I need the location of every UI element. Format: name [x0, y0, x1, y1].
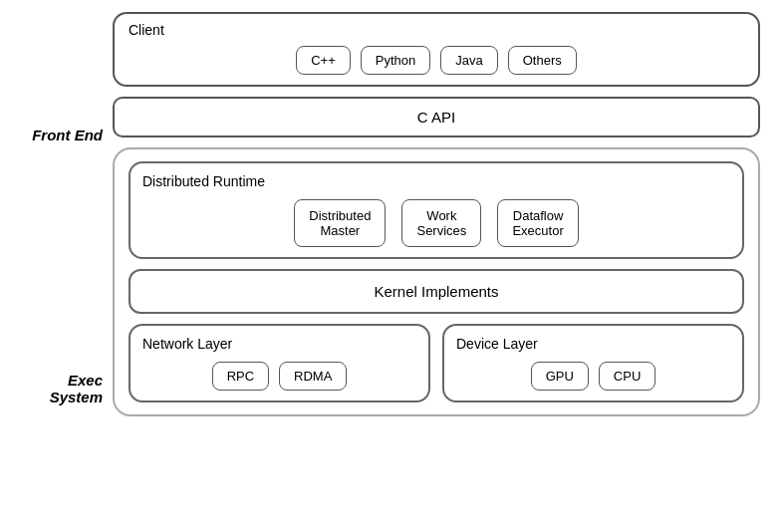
kernel-box: Kernel Implements	[129, 269, 744, 314]
exec-label: Exec System	[23, 372, 103, 405]
client-item-python: Python	[361, 46, 430, 75]
device-layer-title: Device Layer	[456, 336, 730, 352]
network-layer-title: Network Layer	[142, 336, 416, 352]
exec-label-area: Exec System	[23, 372, 103, 405]
dataflow-executor-box: DataflowExecutor	[497, 199, 578, 247]
cpu-box: CPU	[599, 362, 655, 391]
device-layer-box: Device Layer GPU CPU	[442, 324, 744, 402]
distributed-runtime-box: Distributed Runtime DistributedMaster Wo…	[129, 161, 744, 259]
client-box: Client C++ Python Java Others	[113, 12, 760, 87]
network-layer-items: RPC RDMA	[142, 362, 416, 391]
client-item-cpp: C++	[296, 46, 351, 75]
client-item-java: Java	[440, 46, 497, 75]
capi-box: C API	[113, 97, 760, 137]
bottom-row: Network Layer RPC RDMA Device Layer GPU …	[129, 324, 744, 402]
distributed-runtime-title: Distributed Runtime	[142, 173, 730, 189]
client-title: Client	[129, 22, 744, 38]
distributed-runtime-items: DistributedMaster WorkServices DataflowE…	[142, 199, 730, 247]
frontend-label: Front End	[32, 127, 103, 143]
device-layer-items: GPU CPU	[456, 362, 730, 391]
architecture-diagram: Front End Exec System Client C++ Python …	[23, 12, 760, 520]
gpu-box: GPU	[531, 362, 589, 391]
frontend-label-area: Front End	[23, 127, 103, 143]
exec-section: Distributed Runtime DistributedMaster Wo…	[113, 147, 760, 416]
exec-outer-box: Distributed Runtime DistributedMaster Wo…	[113, 147, 760, 416]
distributed-master-box: DistributedMaster	[294, 199, 386, 247]
client-items: C++ Python Java Others	[129, 46, 744, 75]
network-layer-box: Network Layer RPC RDMA	[129, 324, 430, 402]
rdma-box: RDMA	[279, 362, 347, 391]
work-services-box: WorkServices	[401, 199, 481, 247]
client-item-others: Others	[508, 46, 577, 75]
labels-column: Front End Exec System	[23, 12, 113, 520]
content-column: Client C++ Python Java Others C API Dist…	[113, 12, 760, 520]
frontend-section: Client C++ Python Java Others C API	[113, 12, 760, 137]
rpc-box: RPC	[212, 362, 269, 391]
